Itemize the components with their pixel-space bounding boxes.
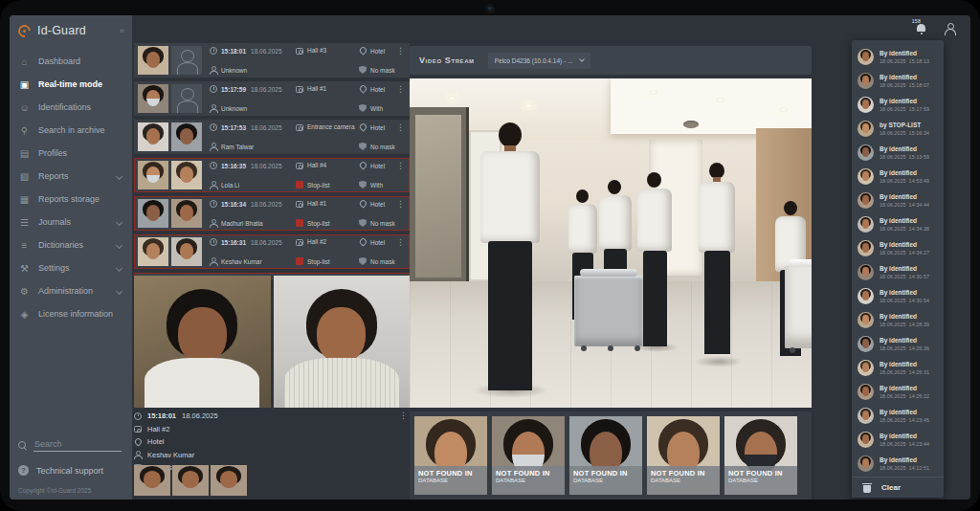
sidebar-item[interactable]: ≡ Dictionaries	[10, 233, 132, 256]
sidebar-item-label: Identifications	[38, 102, 123, 112]
notifications-panel: By identified 18.06.2025 15:18:13 By ide…	[852, 40, 944, 498]
chevron-down-icon	[580, 56, 586, 62]
user-account-icon[interactable]	[944, 23, 955, 34]
frame-thumbnail[interactable]	[134, 465, 170, 496]
clock-icon	[210, 85, 217, 93]
location-pin-icon	[134, 438, 142, 446]
sidebar-item-icon: ▣	[18, 79, 31, 90]
event-name: Lola Li	[221, 182, 239, 189]
sidebar-item[interactable]: ◈ License information	[10, 302, 132, 325]
sidebar-item[interactable]: ▣ Real-time mode	[10, 73, 132, 96]
sidebar-item[interactable]: ☺ Identifications	[10, 96, 132, 119]
camera-icon	[296, 201, 303, 208]
reference-face-thumbnail	[171, 199, 202, 228]
sidebar-nav: ⌂ Dashboard ▣ Real-time mode ☺ Identific…	[10, 50, 132, 325]
event-mask-status: With	[370, 182, 383, 189]
event-menu-button[interactable]: ⋮	[396, 200, 405, 208]
notification-item[interactable]: By identified 18.06.2025 14:34:44	[852, 189, 944, 212]
event-row[interactable]: 15:18:01 18.06.2025 Unknown Hall #3 Hote…	[134, 43, 410, 78]
mask-shield-icon	[359, 257, 367, 265]
not-found-card[interactable]: NOT FOUND IN DATABASE	[492, 416, 565, 495]
event-row[interactable]: 15:16:35 18.06.2025 Lola Li Hall #4 Stop…	[134, 158, 410, 192]
not-found-card[interactable]: NOT FOUND IN DATABASE	[414, 416, 487, 495]
frame-thumbnail[interactable]	[211, 465, 247, 496]
sidebar-item[interactable]: ⌂ Dashboard	[10, 50, 132, 73]
avatar	[858, 360, 874, 376]
notification-date: 18.06.2025	[880, 322, 906, 327]
event-mask-status: With	[370, 105, 383, 112]
sidebar-item[interactable]: ▦ Reports storage	[10, 188, 132, 211]
avatar	[858, 455, 874, 472]
detected-face-thumbnail	[138, 122, 168, 151]
event-row[interactable]: 15:16:31 18.06.2025 Keshav Kumar Hall #2…	[134, 234, 410, 269]
event-camera: Hall #1	[307, 85, 326, 92]
location-pin-icon	[359, 238, 367, 246]
notification-item[interactable]: by STOP-LIST 18.06.2025 15:16:34	[852, 117, 944, 141]
not-found-card[interactable]: NOT FOUND IN DATABASE	[647, 416, 720, 495]
event-name: Unknown	[221, 105, 247, 112]
bell-icon[interactable]	[916, 24, 926, 33]
reference-face-thumbnail	[171, 237, 202, 266]
notification-item[interactable]: By identified 18.06.2025 14:23:44	[852, 428, 944, 452]
location-pin-icon	[359, 85, 367, 93]
event-list: 15:18:01 18.06.2025 Unknown Hall #3 Hote…	[134, 43, 410, 273]
event-location: Hotel	[370, 163, 385, 169]
camera-select[interactable]: Pelco D4236 (10.0.4.14) - ...	[488, 53, 591, 69]
notification-item[interactable]: By identified 18.06.2025 14:34:38	[852, 212, 944, 236]
notification-item[interactable]: By identified 18.06.2025 14:28:39	[852, 308, 944, 332]
event-row[interactable]: 15:17:59 18.06.2025 Unknown Hall #1 Hote…	[134, 81, 410, 116]
event-menu-button[interactable]: ⋮	[396, 47, 405, 55]
notification-item[interactable]: By identified 18.06.2025 14:26:22	[852, 380, 944, 404]
chevron-down-icon	[116, 287, 122, 294]
notification-item[interactable]: By identified 18.06.2025 14:26:36	[852, 332, 944, 356]
sidebar-collapse-icon[interactable]: «	[120, 26, 124, 35]
sidebar-item[interactable]: ☰ Journals	[10, 211, 132, 233]
video-stream-header: Video Stream Pelco D4236 (10.0.4.14) - .…	[410, 46, 812, 75]
notification-time: 15:17:59	[909, 106, 929, 112]
notification-item[interactable]: By identified 18.06.2025 15:18:13	[852, 45, 944, 69]
notification-item[interactable]: By identified 18.06.2025 15:13:59	[852, 141, 944, 165]
event-menu-button[interactable]: ⋮	[396, 238, 405, 246]
detail-frame-thumbnails	[134, 465, 247, 496]
sidebar-item[interactable]: ⚒ Settings	[10, 256, 132, 279]
sidebar-item-label: Dictionaries	[38, 240, 109, 250]
notification-item[interactable]: By identified 18.06.2025 14:34:27	[852, 236, 944, 260]
technical-support-link[interactable]: ? Technical support	[18, 465, 123, 476]
notification-item[interactable]: By identified 18.06.2025 15:17:59	[852, 93, 944, 117]
not-found-card[interactable]: NOT FOUND IN DATABASE	[569, 416, 642, 495]
sidebar-item[interactable]: ⚲ Search in archive	[10, 119, 132, 142]
clear-notifications-button[interactable]: Clear	[852, 477, 944, 498]
event-menu-button[interactable]: ⋮	[396, 85, 405, 93]
sidebar-item[interactable]: ▧ Reports	[10, 165, 132, 188]
notification-item[interactable]: By identified 18.06.2025 14:30:57	[852, 260, 944, 284]
clear-label: Clear	[881, 483, 901, 492]
notification-datetime: 18.06.2025 14:30:57	[880, 274, 929, 279]
notification-datetime: 18.06.2025 14:12:51	[880, 465, 929, 471]
notification-item[interactable]: By identified 18.06.2025 14:12:51	[852, 452, 944, 476]
sidebar-item-label: Real-time mode	[38, 79, 123, 89]
notification-item[interactable]: By identified 18.06.2025 14:53:49	[852, 165, 944, 189]
notification-datetime: 18.06.2025 14:26:31	[880, 369, 929, 375]
event-stoplist-label: Stop-list	[307, 220, 329, 227]
detected-face-photo	[134, 276, 271, 408]
camera-icon	[296, 124, 303, 131]
notification-item[interactable]: By identified 18.06.2025 14:30:54	[852, 284, 944, 308]
sidebar-item[interactable]: ⚙ Administration	[10, 279, 132, 302]
notification-item[interactable]: By identified 18.06.2025 15:18:07	[852, 69, 944, 93]
avatar	[858, 97, 874, 113]
not-found-card[interactable]: NOT FOUND IN DATABASE	[724, 416, 797, 495]
search-input[interactable]	[33, 437, 122, 452]
detail-menu-button[interactable]: ⋮	[399, 411, 408, 419]
event-menu-button[interactable]: ⋮	[396, 123, 405, 131]
event-menu-button[interactable]: ⋮	[396, 162, 405, 169]
frame-thumbnail[interactable]	[172, 465, 209, 496]
event-name: Unknown	[221, 67, 247, 74]
event-row[interactable]: 15:16:34 18.06.2025 Madhuri Bhatia Hall …	[134, 196, 410, 231]
event-row[interactable]: 15:17:53 18.06.2025 Ram Talwar Entrance …	[134, 120, 410, 154]
notification-item[interactable]: By identified 18.06.2025 14:23:45	[852, 404, 944, 428]
chevron-down-icon	[116, 172, 122, 179]
not-found-label-line2: DATABASE	[573, 478, 638, 483]
sidebar-item[interactable]: ▤ Profiles	[10, 142, 132, 165]
avatar	[858, 264, 874, 280]
notification-item[interactable]: By identified 18.06.2025 14:26:31	[852, 356, 944, 380]
